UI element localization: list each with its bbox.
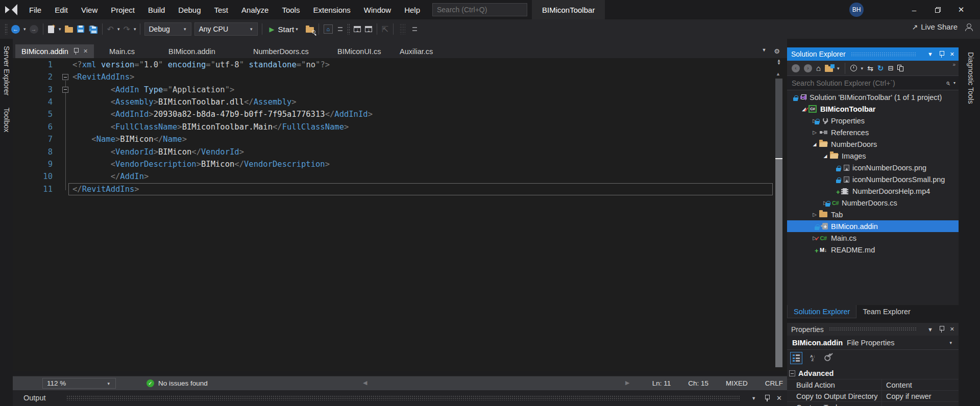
document-tab[interactable]: Auxiliar.cs xyxy=(394,44,439,58)
menu-help[interactable]: Help xyxy=(398,1,427,19)
scroll-left-arrow-icon[interactable]: ◀ xyxy=(363,379,367,386)
code-line[interactable]: 8 <VendorId>BIMicon</VendorId> xyxy=(13,146,787,158)
panel-tab-solution-explorer[interactable]: Solution Explorer xyxy=(787,305,856,318)
property-value[interactable]: Copy if newer xyxy=(882,392,932,400)
properties-object-dropdown[interactable]: BIMicon.addin File Properties ▾ xyxy=(787,336,959,350)
save-button[interactable] xyxy=(75,22,86,36)
editor-split-grip-icon[interactable]: ▲▼ xyxy=(775,59,783,68)
search-input[interactable] xyxy=(433,6,533,14)
code-line[interactable]: 4 <Assembly>BIMiconToolbar.dll</Assembly… xyxy=(13,96,787,108)
property-pages-button[interactable] xyxy=(823,352,835,364)
expander-expanded-icon[interactable]: ◢ xyxy=(811,142,819,147)
menu-test[interactable]: Test xyxy=(208,1,235,19)
close-icon[interactable]: ✕ xyxy=(950,51,954,58)
window-position-dropdown-icon[interactable]: ▼ xyxy=(750,396,757,401)
menu-tools[interactable]: Tools xyxy=(275,1,306,19)
attach-to-process-button[interactable]: ⇣ xyxy=(363,22,374,36)
sync-with-active-document-button[interactable]: ⇆ xyxy=(866,62,875,75)
pin-icon[interactable] xyxy=(765,395,769,401)
active-files-dropdown-icon[interactable]: ▼ xyxy=(760,47,768,55)
solution-search-input[interactable] xyxy=(787,79,944,87)
fold-collapse-icon[interactable] xyxy=(62,74,68,80)
menu-file[interactable]: File xyxy=(22,1,48,19)
property-row[interactable]: Custom Tool xyxy=(787,401,959,406)
test-explorer-button[interactable] xyxy=(396,22,409,36)
code-line[interactable]: 10 </AddIn> xyxy=(13,170,787,183)
chevron-down-icon[interactable]: ▾ xyxy=(22,27,28,32)
tree-item[interactable]: iconNumberDoorsSmall.png xyxy=(787,173,959,185)
properties-header[interactable]: Properties ▼ ✕ xyxy=(787,323,959,336)
toolbar-grip-icon[interactable] xyxy=(347,23,350,35)
platform-dropdown[interactable]: Any CPU▾ xyxy=(194,22,258,36)
document-tab[interactable]: BIMicon.addin xyxy=(162,44,222,58)
document-tab[interactable]: Main.cs xyxy=(103,44,141,58)
property-value[interactable]: Content xyxy=(882,381,912,389)
close-icon[interactable]: ✕ xyxy=(83,48,88,55)
tree-item[interactable]: +NumberDoorsHelp.mp4 xyxy=(787,185,959,197)
code-line[interactable]: 6 <FullClassName>BIMiconToolbar.Main</Fu… xyxy=(13,121,787,133)
categorized-view-button[interactable] xyxy=(790,352,802,364)
tree-item[interactable]: ▷Properties xyxy=(787,115,959,126)
property-row[interactable]: Build ActionContent xyxy=(787,379,959,390)
expander-collapsed-icon[interactable]: ▷ xyxy=(811,212,819,217)
menu-view[interactable]: View xyxy=(75,1,104,19)
toolbar-overflow-icon[interactable]: » xyxy=(952,62,955,67)
expander-collapsed-icon[interactable]: ▷ xyxy=(811,130,819,135)
window-position-dropdown-icon[interactable]: ▼ xyxy=(927,51,933,57)
tree-item[interactable]: ◢✓C#BIMiconToolbar xyxy=(787,103,959,115)
quick-search-box[interactable]: ⌕ xyxy=(432,3,527,16)
feedback-person-icon[interactable] xyxy=(965,23,973,31)
switch-views-button[interactable] xyxy=(823,62,835,75)
collapse-section-icon[interactable] xyxy=(789,370,795,376)
user-avatar[interactable]: BH xyxy=(849,3,864,17)
line-indicator[interactable]: Ln: 11 xyxy=(652,379,671,387)
list-lines-button[interactable] xyxy=(409,22,420,36)
fold-collapse-icon[interactable] xyxy=(62,87,68,93)
code-line[interactable]: 5 <AddInId>20930a82-b8da-47b9-b0ff-7f95a… xyxy=(13,108,787,120)
tree-item[interactable]: +BIMicon.addin xyxy=(787,220,959,232)
tree-item[interactable]: iconNumberDoors.png xyxy=(787,162,959,173)
tree-item[interactable]: ◢Images xyxy=(787,150,959,162)
tree-item[interactable]: ◢NumberDoors xyxy=(787,138,959,150)
chevron-down-icon[interactable]: ▾ xyxy=(57,27,63,32)
tree-item[interactable]: ▷✓C#Main.cs xyxy=(787,232,959,244)
home-button[interactable]: ⌂ xyxy=(815,62,822,75)
restore-button[interactable] xyxy=(926,0,949,19)
tree-item[interactable]: Solution 'BIMiconToolbar' (1 of 1 projec… xyxy=(787,91,959,103)
code-line[interactable]: 11</RevitAddIns> xyxy=(13,183,787,195)
scrollbar-thumb[interactable] xyxy=(775,159,782,367)
solution-home-button[interactable]: ⌂ xyxy=(322,22,335,36)
code-line[interactable]: 1<?xml version="1.0" encoding="utf-8" st… xyxy=(13,59,787,71)
tree-item[interactable]: ▷Tab xyxy=(787,209,959,220)
pending-changes-filter-button[interactable] xyxy=(849,62,859,75)
chevron-down-icon[interactable]: ▾ xyxy=(836,66,841,71)
close-icon[interactable]: ✕ xyxy=(950,326,954,333)
expander-expanded-icon[interactable]: ◢ xyxy=(821,154,829,159)
navigate-to-document-button[interactable]: ⇱ xyxy=(380,22,390,36)
side-tab-diagnostic-tools[interactable]: Diagnostic Tools xyxy=(967,47,975,109)
minimize-button[interactable]: – xyxy=(902,0,926,19)
code-line[interactable]: 3 <AddIn Type="Application"> xyxy=(13,84,787,96)
open-file-button[interactable] xyxy=(63,22,75,36)
refresh-button[interactable]: ↻ xyxy=(876,62,886,75)
zoom-level-dropdown[interactable]: 112 % ▾ xyxy=(42,378,116,389)
code-line[interactable]: 9 <VendorDescription>BIMicon</VendorDesc… xyxy=(13,158,787,170)
panel-tab-team-explorer[interactable]: Team Explorer xyxy=(856,305,916,318)
find-in-files-button[interactable] xyxy=(304,22,316,36)
menu-project[interactable]: Project xyxy=(104,1,141,19)
alphabetical-view-button[interactable]: A↓Z xyxy=(806,352,819,364)
save-all-button[interactable] xyxy=(86,22,100,36)
solution-explorer-header[interactable]: Solution Explorer ▼ ✕ xyxy=(787,47,959,61)
menu-edit[interactable]: Edit xyxy=(48,1,75,19)
tree-item[interactable]: ▷C#NumberDoors.cs xyxy=(787,197,959,209)
vertical-scrollbar[interactable]: ▲▼ ▲ xyxy=(774,58,784,371)
issues-indicator[interactable]: ✓ No issues found xyxy=(146,378,208,389)
list-lines-button[interactable] xyxy=(335,22,346,36)
pin-icon[interactable] xyxy=(74,48,78,55)
document-tab[interactable]: BIMiconUI.cs xyxy=(331,44,387,58)
navigate-forward-button[interactable]: → xyxy=(28,22,40,36)
column-indicator[interactable]: Ch: 15 xyxy=(688,379,708,387)
undo-button[interactable]: ↶ xyxy=(105,22,116,36)
scrollbar-track[interactable] xyxy=(775,79,782,367)
live-share-button[interactable]: ↗ Live Share xyxy=(912,22,958,31)
